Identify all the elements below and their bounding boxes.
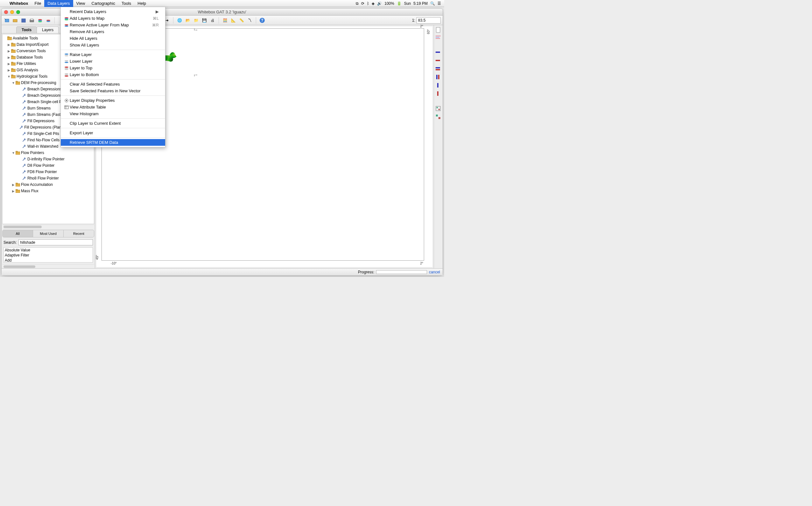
- new-map-icon[interactable]: [3, 17, 10, 24]
- rail-tool-4[interactable]: [436, 75, 441, 81]
- svg-rect-70: [436, 114, 438, 116]
- layer-bottom-icon: [63, 73, 70, 77]
- menu-item[interactable]: Save Selected Features in New Vector: [61, 88, 165, 94]
- help-icon[interactable]: ?: [259, 17, 266, 24]
- svg-point-30: [47, 21, 50, 22]
- tree-tool[interactable]: Rho8 Flow Pointer: [3, 175, 94, 181]
- menu-item-label: Layer to Bottom: [70, 72, 159, 77]
- calculator-icon[interactable]: 🧮: [221, 17, 229, 24]
- minimize-icon[interactable]: [10, 10, 14, 14]
- result-item[interactable]: Add: [4, 258, 93, 263]
- tree-tool[interactable]: D8 Flow Pointer: [3, 162, 94, 169]
- menu-item[interactable]: Lower Layer: [61, 58, 165, 65]
- menu-item[interactable]: View Histogram: [61, 110, 165, 117]
- menu-item[interactable]: Remove Active Layer From Map⌘R: [61, 22, 165, 28]
- menu-item[interactable]: Retrieve SRTM DEM Data: [61, 139, 165, 146]
- filter-most-used[interactable]: Most Used: [33, 230, 64, 237]
- filter-all[interactable]: All: [3, 230, 33, 237]
- rail-tool-1[interactable]: [436, 50, 441, 56]
- zoom-icon[interactable]: [16, 10, 20, 14]
- layer-down-icon: [63, 60, 70, 63]
- svg-rect-34: [7, 36, 9, 37]
- bluetooth-icon[interactable]: ᛒ: [367, 1, 369, 6]
- svg-rect-22: [13, 19, 17, 22]
- menu-item[interactable]: Add Layers to Map⌘L: [61, 15, 165, 22]
- new-page-icon[interactable]: [436, 27, 441, 33]
- cancel-link[interactable]: cancel: [429, 270, 440, 274]
- folder-icon[interactable]: 📁: [192, 17, 199, 24]
- search-input[interactable]: [18, 239, 93, 245]
- horizontal-scrollbar[interactable]: [2, 264, 94, 268]
- tree-folder[interactable]: ▶Mass Flux: [3, 188, 94, 194]
- menu-item[interactable]: View Attribute Table: [61, 104, 165, 110]
- rail-tool-5[interactable]: [436, 83, 441, 89]
- svg-point-5: [65, 54, 68, 55]
- open-icon[interactable]: [12, 17, 19, 24]
- ruler-icon[interactable]: 📏: [238, 17, 245, 24]
- menu-view[interactable]: View: [73, 0, 88, 7]
- menu-data-layers[interactable]: Data Layers: [44, 0, 73, 7]
- rail-tool-3[interactable]: [436, 67, 441, 72]
- menu-item[interactable]: Recent Data Layers▶: [61, 8, 165, 15]
- result-item[interactable]: Adaptive Filter: [4, 253, 93, 258]
- tree-tool[interactable]: FD8 Flow Pointer: [3, 169, 94, 175]
- close-icon[interactable]: [4, 10, 8, 14]
- menu-help[interactable]: Help: [134, 0, 149, 7]
- rail-tool-2[interactable]: [436, 58, 441, 64]
- rail-tool-6[interactable]: [436, 91, 441, 97]
- menu-cartographic[interactable]: Cartographic: [88, 0, 118, 7]
- save-icon[interactable]: [20, 17, 27, 24]
- search-results[interactable]: Absolute Value Adaptive Filter Add: [3, 247, 93, 263]
- layer-remove-icon[interactable]: [45, 17, 52, 24]
- menu-item[interactable]: Show All Layers: [61, 42, 165, 49]
- timemachine-icon[interactable]: ⟳: [361, 1, 364, 6]
- svg-rect-36: [11, 43, 13, 44]
- menu-tools[interactable]: Tools: [118, 0, 134, 7]
- align-icon[interactable]: [436, 35, 441, 41]
- menu-item[interactable]: Hide All Layers: [61, 35, 165, 42]
- menu-item[interactable]: Clip Layer to Current Extent: [61, 120, 165, 126]
- print-icon[interactable]: [28, 17, 35, 24]
- globe-icon[interactable]: 🌐: [176, 17, 183, 24]
- menu-item[interactable]: Raise Layer: [61, 51, 165, 58]
- tree-tool[interactable]: D-infinity Flow Pointer: [3, 156, 94, 162]
- app-name[interactable]: Whitebox: [6, 1, 31, 6]
- open-folder-icon[interactable]: 📂: [184, 17, 191, 24]
- horizontal-scrollbar[interactable]: [2, 225, 94, 229]
- tab-layers[interactable]: Layers: [36, 26, 59, 33]
- measure-icon[interactable]: 📐: [230, 17, 237, 24]
- rail-ungroup-icon[interactable]: [436, 114, 441, 120]
- menu-item[interactable]: Export Layer: [61, 130, 165, 136]
- rail-group-icon[interactable]: [436, 106, 441, 112]
- menu-item-label: Retrieve SRTM DEM Data: [70, 140, 159, 145]
- disk-save-icon[interactable]: 💾: [201, 17, 208, 24]
- profile-icon[interactable]: 〽: [246, 17, 253, 24]
- spotlight-icon[interactable]: 🔍: [430, 1, 435, 6]
- layer-stack-icon[interactable]: [36, 17, 43, 24]
- menu-item[interactable]: Layer to Bottom: [61, 71, 165, 78]
- scale-input[interactable]: [417, 17, 441, 23]
- svg-rect-65: [437, 83, 439, 88]
- printer-icon[interactable]: 🖨: [209, 17, 216, 24]
- tree-folder[interactable]: ▶Flow Accumulation: [3, 181, 94, 188]
- axis-lat-left-bottom: 49°: [95, 255, 99, 260]
- menu-file[interactable]: File: [31, 0, 44, 7]
- wifi-icon[interactable]: ◈: [372, 1, 374, 6]
- menu-item[interactable]: Layer Display Properties: [61, 97, 165, 104]
- menu-item[interactable]: Remove All Layers: [61, 28, 165, 35]
- menu-item[interactable]: Layer to Top: [61, 65, 165, 71]
- menu-item[interactable]: Clear All Selected Features: [61, 81, 165, 88]
- svg-rect-63: [436, 75, 438, 79]
- tree-folder[interactable]: ▼Flow Pointers: [3, 150, 94, 156]
- airplay-icon[interactable]: ⧉: [356, 1, 359, 6]
- layer-top-icon: [63, 66, 70, 70]
- svg-rect-69: [439, 109, 440, 110]
- tab-tools[interactable]: Tools: [16, 26, 37, 33]
- volume-icon[interactable]: 🔊: [377, 1, 382, 6]
- result-item[interactable]: Absolute Value: [4, 248, 93, 253]
- filter-recent[interactable]: Recent: [64, 230, 94, 237]
- svg-point-9: [65, 67, 68, 68]
- notifications-icon[interactable]: ☰: [438, 1, 441, 6]
- battery-icon[interactable]: 🔋: [397, 1, 401, 6]
- svg-point-4: [65, 25, 68, 27]
